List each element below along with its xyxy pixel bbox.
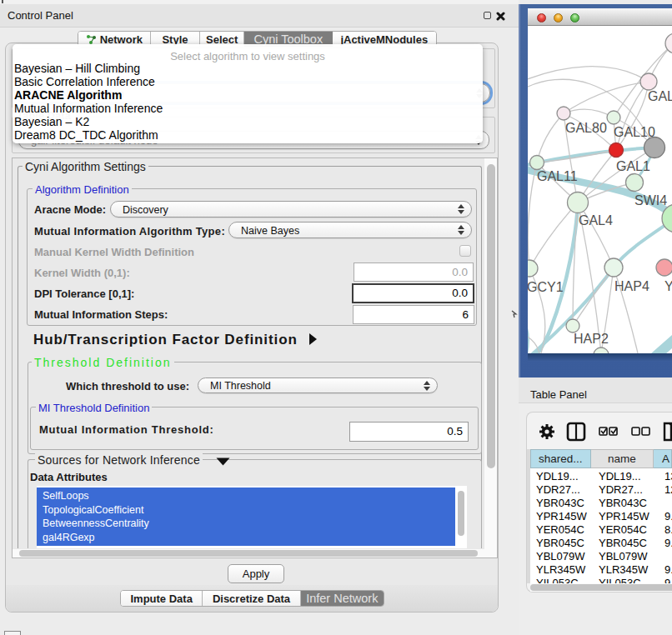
svg-text:HAP2: HAP2: [574, 332, 609, 346]
svg-text:GAL1: GAL1: [616, 159, 650, 173]
svg-text:GAL7: GAL7: [648, 89, 672, 103]
svg-text:HAP4: HAP4: [614, 279, 649, 293]
svg-text:SWI4: SWI4: [634, 193, 667, 208]
svg-text:GAL11: GAL11: [537, 169, 578, 183]
svg-text:GAL80: GAL80: [565, 121, 607, 135]
svg-text:GAL10: GAL10: [614, 125, 655, 139]
svg-text:YN: YN: [664, 279, 672, 293]
svg-text:GAL4: GAL4: [579, 213, 613, 228]
svg-text:GCY1: GCY1: [528, 280, 564, 294]
